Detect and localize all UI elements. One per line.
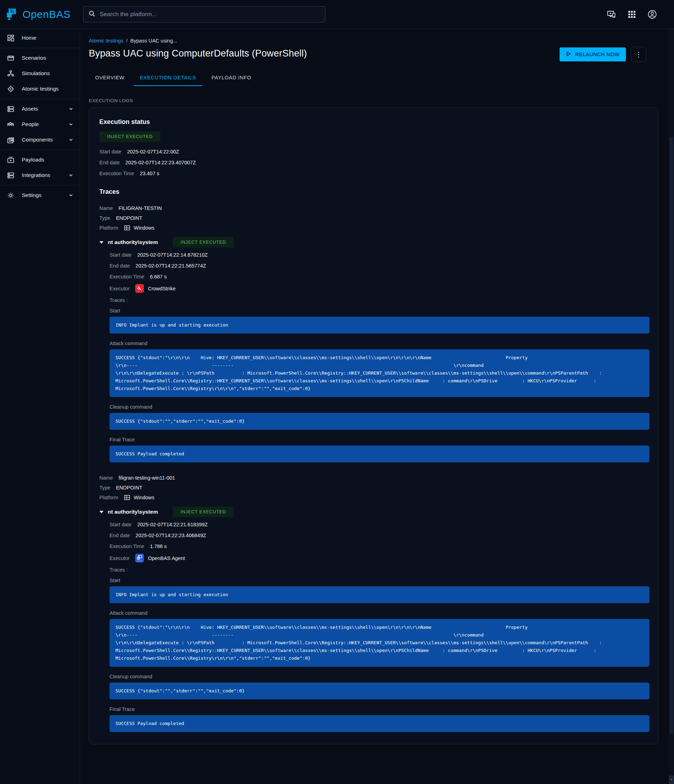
tab-execution-details[interactable]: EXECUTION DETAILS	[134, 70, 203, 86]
sidebar-item-scenarios[interactable]: Scenarios	[0, 50, 80, 66]
devices-icon[interactable]	[604, 7, 619, 22]
chevron-down-icon	[68, 137, 73, 142]
sidebar-label-people: People	[22, 121, 61, 128]
page-title: Bypass UAC using ComputerDefaults (Power…	[89, 48, 307, 59]
windows-icon	[124, 225, 130, 231]
chevron-down-icon	[68, 122, 73, 127]
collapse-caret-icon[interactable]	[99, 241, 104, 244]
end-date-label: End date	[110, 532, 130, 539]
trace-status-badge: INJECT EXECUTED	[173, 237, 234, 247]
host-type: ENDPOINT	[116, 215, 142, 222]
start-trace-log: INFO Implant is up and starting executio…	[110, 317, 649, 334]
traces-title: Traces	[99, 188, 648, 196]
relaunch-now-button[interactable]: RELAUNCH NOW	[559, 47, 626, 61]
trace-execution-time: 1.788 s	[150, 543, 167, 550]
trace-start-date: 2025-02-07T14:22:21.618399Z	[137, 521, 208, 528]
sidebar-item-components[interactable]: Components	[0, 132, 80, 148]
sidebar-item-home[interactable]: Home	[0, 30, 80, 46]
trace-status-badge: INJECT EXECUTED	[173, 507, 234, 517]
sidebar-label-assets: Assets	[22, 106, 61, 112]
trace-host: Name FILIGRAN-TESTIN Type ENDPOINT Platf…	[99, 205, 648, 462]
execution-time-label: Execution Time	[110, 543, 144, 550]
type-label: Type	[99, 215, 110, 222]
start-trace-label: Start	[110, 308, 648, 314]
kebab-menu-button[interactable]: ⋮	[631, 47, 646, 62]
sidebar-item-settings[interactable]: Settings	[0, 187, 80, 203]
start-date-label: Start date	[99, 148, 121, 155]
platform-search	[83, 6, 325, 22]
trace-user: nt authority\system	[108, 509, 158, 515]
scrollbar-thumb[interactable]	[669, 137, 673, 734]
sidebar-item-integrations[interactable]: Integrations	[0, 168, 80, 183]
crowdstrike-icon	[135, 284, 144, 293]
trace-execution-time: 6.687 s	[150, 273, 167, 280]
end-date-label: End date	[99, 159, 120, 166]
hub-icon	[7, 70, 14, 77]
execution-time-label: Execution Time	[110, 273, 144, 280]
attack-command-log: SUCCESS {"stdout":"\r\n\r\n Hive: HKEY_C…	[110, 349, 649, 397]
host-name: FILIGRAN-TESTIN	[119, 205, 162, 212]
sidebar-divider	[0, 149, 80, 150]
topbar-actions	[604, 7, 674, 22]
start-trace-log: INFO Implant is up and starting executio…	[110, 586, 649, 603]
openbas-logo[interactable]: OpenBAS	[0, 7, 75, 22]
top-bar: OpenBAS	[0, 0, 674, 29]
payloads-icon	[7, 156, 14, 163]
type-label: Type	[99, 484, 110, 491]
final-trace-log: SUCCESS Payload completed	[110, 715, 649, 732]
start-date-label: Start date	[110, 251, 132, 258]
gear-icon	[7, 192, 14, 199]
platform-label: Platform	[99, 224, 118, 231]
execution-logs-card: Execution status INJECT EXECUTED Start d…	[89, 107, 658, 744]
cleanup-command-label: Cleanup command	[110, 404, 648, 410]
search-input[interactable]	[99, 11, 320, 18]
sidebar-item-people[interactable]: People	[0, 117, 80, 132]
attack-command-label: Attack command	[110, 341, 648, 346]
name-label: Name	[99, 205, 113, 212]
host-name: filigran-testing-win11-001	[119, 474, 175, 481]
end-date-label: End date	[110, 262, 130, 269]
tab-payload-info[interactable]: PAYLOAD INFO	[205, 70, 257, 86]
sidebar-item-assets[interactable]: Assets	[0, 101, 80, 117]
platform-label: Platform	[99, 494, 118, 501]
execution-time-label: Execution Time	[99, 170, 134, 177]
trace-user-row[interactable]: nt authority\system INJECT EXECUTED	[99, 237, 648, 247]
sidebar-label-scenarios: Scenarios	[22, 55, 73, 61]
page-actions: RELAUNCH NOW ⋮	[559, 47, 663, 62]
trace-user: nt authority\system	[108, 239, 158, 246]
breadcrumb-atomic-testings[interactable]: Atomic testings	[89, 38, 123, 44]
breadcrumb: Atomic testings / Bypass UAC using...	[89, 38, 663, 44]
sidebar-item-atomic-testings[interactable]: Atomic testings	[0, 81, 80, 96]
execution-status-title: Execution status	[99, 118, 648, 126]
components-icon	[7, 136, 14, 143]
openbas-agent-icon: AGENT	[135, 554, 144, 562]
breadcrumb-current: Bypass UAC using...	[130, 38, 177, 44]
sidebar-item-payloads[interactable]: Payloads	[0, 152, 80, 168]
scrollbar-down-icon[interactable]: ▼	[669, 776, 674, 784]
execution-time-value: 23.407 s	[140, 170, 159, 177]
executor-label: Executor	[110, 285, 129, 292]
trace-user-row[interactable]: nt authority\system INJECT EXECUTED	[99, 507, 648, 517]
openbas-logo-icon	[6, 7, 19, 22]
sidebar-divider	[0, 99, 80, 99]
trace-detail: Start date 2025-02-07T14:22:21.618399Z E…	[110, 521, 648, 732]
relaunch-label: RELAUNCH NOW	[575, 51, 620, 57]
apps-grid-icon[interactable]	[624, 7, 640, 22]
vertical-scrollbar[interactable]: ▲ ▼	[669, 0, 674, 784]
attack-command-label: Attack command	[110, 610, 648, 616]
host-type: ENDPOINT	[116, 484, 142, 491]
host-platform: Windows	[134, 494, 154, 501]
name-label: Name	[99, 474, 113, 481]
movie-icon	[7, 54, 14, 61]
openbas-app: OpenBAS	[0, 0, 674, 784]
final-trace-label: Final Trace	[110, 706, 648, 712]
windows-icon	[124, 494, 130, 501]
sidebar-item-simulations[interactable]: Simulations	[0, 66, 80, 81]
status-badge: INJECT EXECUTED	[99, 131, 160, 142]
collapse-caret-icon[interactable]	[99, 511, 104, 513]
start-trace-label: Start	[110, 577, 648, 583]
sidebar-label-home: Home	[22, 35, 73, 41]
account-icon[interactable]	[644, 7, 660, 22]
tab-overview[interactable]: OVERVIEW	[89, 70, 131, 86]
start-date-label: Start date	[110, 521, 132, 528]
